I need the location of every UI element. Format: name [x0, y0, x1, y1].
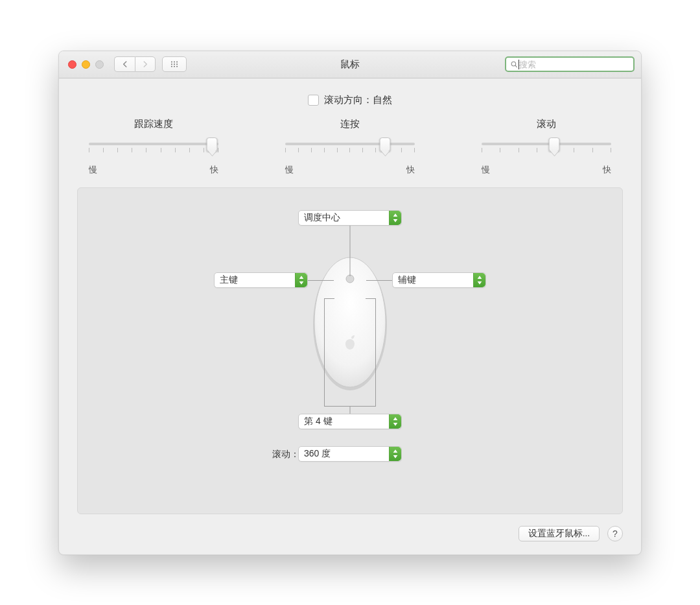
svg-point-0	[171, 61, 172, 62]
side-buttons-dropdown[interactable]: 第 4 键	[298, 414, 402, 429]
preferences-window: 鼠标 滚动方向：自然 跟踪速度 慢 快	[58, 51, 642, 555]
stepper-icon	[295, 273, 307, 287]
svg-point-4	[174, 64, 175, 65]
stepper-icon	[389, 211, 401, 225]
stepper-icon	[389, 414, 401, 429]
svg-point-3	[171, 64, 172, 65]
search-field[interactable]	[505, 56, 635, 72]
mouse-config-panel: 调度中心 主键 辅键 第 4 键	[77, 187, 623, 514]
right-button-dropdown[interactable]: 辅键	[392, 272, 486, 288]
setup-bluetooth-button[interactable]: 设置蓝牙鼠标...	[519, 526, 600, 541]
scroll-direction-checkbox[interactable]	[308, 95, 319, 106]
connector-bl-h	[324, 298, 334, 299]
svg-point-1	[174, 61, 175, 62]
tracking-slider-block: 跟踪速度 慢 快	[89, 118, 218, 176]
chevron-right-icon	[141, 60, 150, 69]
connector-bottom-right	[375, 298, 376, 406]
scrolling-title: 滚动	[482, 118, 611, 130]
svg-line-10	[515, 65, 517, 67]
connector-left	[308, 280, 334, 281]
stepper-icon	[389, 447, 401, 461]
double-click-fast-label: 快	[406, 164, 415, 176]
scroll-direction-row: 滚动方向：自然	[77, 94, 623, 106]
scrolling-fast-label: 快	[603, 164, 611, 176]
svg-point-5	[176, 64, 178, 65]
tracking-fast-label: 快	[210, 164, 218, 176]
scrolling-slider-block: 滚动 慢 快	[482, 118, 611, 176]
minimize-icon[interactable]	[82, 60, 90, 69]
titlebar: 鼠标	[59, 51, 641, 78]
search-icon	[510, 60, 519, 69]
svg-point-9	[511, 62, 516, 66]
traffic-lights	[68, 60, 104, 69]
left-button-value: 主键	[220, 274, 238, 286]
show-all-button[interactable]	[162, 56, 187, 72]
chevron-left-icon	[121, 60, 130, 69]
scrolling-slow-label: 慢	[482, 164, 490, 176]
tracking-title: 跟踪速度	[89, 118, 218, 130]
left-button-dropdown[interactable]: 主键	[214, 272, 308, 288]
setup-bluetooth-label: 设置蓝牙鼠标...	[528, 528, 590, 540]
scroll-ball-value: 调度中心	[304, 212, 340, 224]
double-click-slider-block: 连按 慢 快	[285, 118, 415, 176]
tracking-slider[interactable]	[89, 138, 218, 156]
svg-point-6	[171, 65, 172, 67]
double-click-slider[interactable]	[285, 138, 415, 156]
connector-right	[366, 280, 392, 281]
stepper-icon	[473, 273, 485, 287]
svg-point-8	[176, 65, 178, 67]
sliders-row: 跟踪速度 慢 快 连按	[77, 118, 623, 176]
connector-bottom-left	[324, 298, 325, 406]
scroll-ball-dropdown[interactable]: 调度中心	[298, 210, 402, 226]
help-button[interactable]: ?	[607, 526, 623, 541]
footer: 设置蓝牙鼠标... ?	[77, 514, 623, 541]
content: 滚动方向：自然 跟踪速度 慢 快 连按	[59, 78, 641, 554]
scrolling-slider[interactable]	[482, 138, 611, 156]
scroll-mode-value: 360 度	[304, 448, 331, 460]
close-icon[interactable]	[68, 60, 76, 69]
connector-bottom-drop	[350, 406, 351, 414]
side-buttons-value: 第 4 键	[304, 416, 332, 427]
connector-top	[350, 226, 351, 276]
svg-point-2	[176, 61, 178, 62]
forward-button[interactable]	[135, 56, 156, 72]
back-button[interactable]	[114, 56, 135, 72]
help-icon: ?	[612, 528, 618, 539]
double-click-slow-label: 慢	[285, 164, 294, 176]
grid-icon	[170, 60, 179, 69]
scroll-mode-label: 滚动：	[272, 449, 299, 460]
tracking-slow-label: 慢	[89, 164, 97, 176]
search-input[interactable]	[519, 60, 629, 69]
svg-point-7	[174, 65, 175, 67]
connector-br-h	[366, 298, 376, 299]
scroll-mode-dropdown[interactable]: 360 度	[298, 446, 402, 462]
double-click-title: 连按	[285, 118, 415, 130]
nav-group	[114, 56, 156, 72]
scroll-direction-label: 滚动方向：自然	[324, 94, 392, 106]
zoom-icon	[95, 60, 104, 69]
right-button-value: 辅键	[398, 274, 416, 286]
